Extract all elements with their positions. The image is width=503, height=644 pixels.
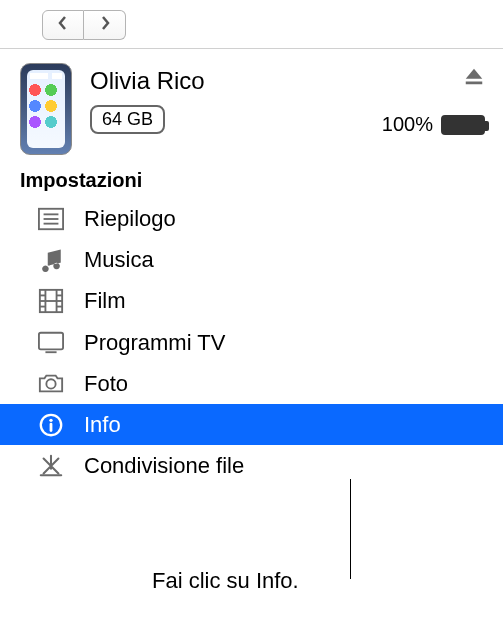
svg-rect-1 xyxy=(466,82,483,85)
back-button[interactable] xyxy=(42,10,84,40)
sidebar-item-label: Foto xyxy=(84,366,128,401)
sidebar-item-music[interactable]: Musica xyxy=(0,239,503,280)
apps-icon xyxy=(34,452,68,480)
toolbar xyxy=(0,0,503,49)
tv-icon xyxy=(34,328,68,356)
sidebar-item-label: Condivisione file xyxy=(84,448,244,483)
callout-leader-line xyxy=(350,479,351,579)
sidebar-item-label: Riepilogo xyxy=(84,201,176,236)
svg-rect-14 xyxy=(39,333,63,350)
device-header: Olivia Rico 64 GB 100% xyxy=(0,49,503,165)
film-icon xyxy=(34,287,68,315)
chevron-right-icon xyxy=(99,15,111,35)
device-thumbnail-icon xyxy=(20,63,72,155)
sidebar-item-label: Programmi TV xyxy=(84,325,225,360)
svg-point-18 xyxy=(49,418,52,421)
device-name: Olivia Rico xyxy=(90,67,364,95)
sidebar-item-summary[interactable]: Riepilogo xyxy=(0,198,503,239)
camera-icon xyxy=(34,369,68,397)
storage-badge: 64 GB xyxy=(90,105,165,134)
sidebar-item-label: Film xyxy=(84,283,126,318)
sidebar-item-label: Musica xyxy=(84,242,154,277)
forward-button[interactable] xyxy=(84,10,126,40)
summary-icon xyxy=(34,205,68,233)
battery-icon xyxy=(441,115,485,135)
sidebar-item-movies[interactable]: Film xyxy=(0,280,503,321)
eject-icon[interactable] xyxy=(463,65,485,91)
svg-point-16 xyxy=(46,380,55,389)
sidebar-item-file-sharing[interactable]: Condivisione file xyxy=(0,445,503,486)
sidebar-item-tv[interactable]: Programmi TV xyxy=(0,322,503,363)
battery-percent: 100% xyxy=(382,113,433,136)
settings-list: Riepilogo Musica Film Programmi TV Foto … xyxy=(0,196,503,486)
music-icon xyxy=(34,246,68,274)
svg-marker-0 xyxy=(466,69,483,79)
battery-status: 100% xyxy=(382,113,485,136)
sidebar-item-label: Info xyxy=(84,407,121,442)
callout-text: Fai clic su Info. xyxy=(152,568,299,594)
device-meta: Olivia Rico 64 GB xyxy=(90,63,364,134)
sidebar-item-info[interactable]: Info xyxy=(0,404,503,445)
sidebar-item-photos[interactable]: Foto xyxy=(0,363,503,404)
chevron-left-icon xyxy=(57,15,69,35)
info-icon xyxy=(34,411,68,439)
settings-section-title: Impostazioni xyxy=(0,165,503,196)
device-right: 100% xyxy=(382,63,485,136)
